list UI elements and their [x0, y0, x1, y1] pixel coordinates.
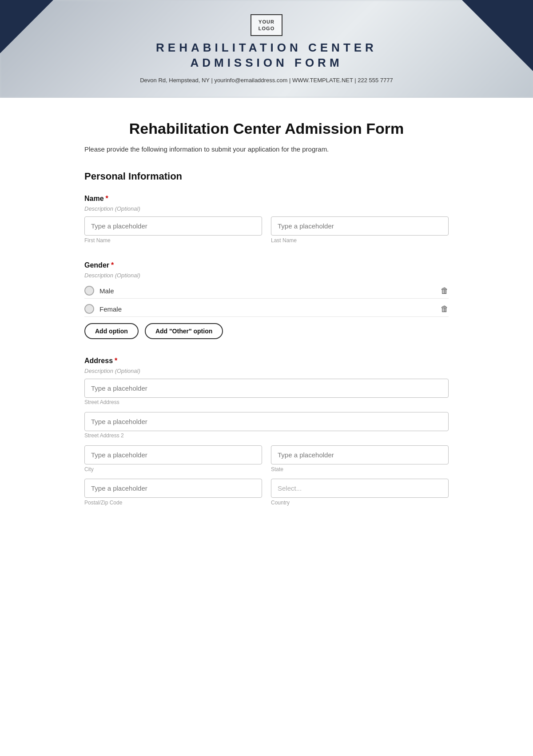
street-address-input[interactable] [84, 379, 449, 398]
state-sublabel: State [271, 466, 449, 472]
delete-icon-male[interactable]: 🗑 [441, 286, 449, 296]
field-description-gender: Description (Optional) [84, 272, 449, 279]
field-group-gender: Gender* Description (Optional) Male 🗑 Fe… [84, 261, 449, 339]
radio-circle-female[interactable] [84, 304, 94, 314]
last-name-input[interactable] [271, 216, 449, 236]
page-header: YOUR LOGO REHABILITATION CENTER ADMISSIO… [0, 0, 533, 98]
radio-label-male: Male [99, 287, 114, 295]
add-option-button[interactable]: Add option [84, 323, 139, 339]
section-title-personal: Personal Information [84, 171, 449, 182]
form-body: Rehabilitation Center Admission Form Ple… [67, 98, 466, 550]
country-select[interactable]: Select... [271, 479, 449, 498]
header-contact: Devon Rd, Hempstead, NY | yourinfo@email… [140, 77, 393, 84]
street-address2-row: Street Address 2 [84, 412, 449, 439]
street-address2-sublabel: Street Address 2 [84, 432, 124, 439]
required-marker: * [106, 195, 108, 202]
state-input[interactable] [271, 445, 449, 464]
city-col: City [84, 445, 262, 472]
field-description-name: Description (Optional) [84, 205, 449, 212]
field-description-address: Description (Optional) [84, 368, 449, 374]
radio-option-female-left: Female [84, 304, 122, 314]
last-name-col: Last Name [271, 216, 449, 244]
radio-option-male-left: Male [84, 286, 114, 296]
street-address-row: Street Address [84, 379, 449, 406]
first-name-sublabel: First Name [84, 237, 262, 244]
postal-col: Postal/Zip Code [84, 479, 262, 506]
logo-box: YOUR LOGO [251, 14, 282, 36]
radio-circle-male[interactable] [84, 286, 94, 296]
radio-option-female: Female 🗑 [84, 301, 449, 317]
field-label-gender: Gender* [84, 261, 449, 269]
add-other-option-button[interactable]: Add "Other" option [145, 323, 223, 339]
last-name-sublabel: Last Name [271, 237, 449, 244]
header-title: REHABILITATION CENTER ADMISSION FORM [156, 40, 377, 71]
header-content: YOUR LOGO REHABILITATION CENTER ADMISSIO… [140, 14, 393, 83]
name-input-row: First Name Last Name [84, 216, 449, 244]
state-col: State [271, 445, 449, 472]
postal-country-row: Postal/Zip Code Select... Country [84, 479, 449, 506]
street-address2-input[interactable] [84, 412, 449, 431]
required-marker-address: * [115, 357, 117, 364]
city-state-row: City State [84, 445, 449, 472]
postal-input[interactable] [84, 479, 262, 498]
radio-option-male: Male 🗑 [84, 283, 449, 299]
first-name-input[interactable] [84, 216, 262, 236]
city-sublabel: City [84, 466, 262, 472]
form-main-title: Rehabilitation Center Admission Form [84, 120, 449, 137]
field-label-address: Address* [84, 357, 449, 365]
country-col: Select... Country [271, 479, 449, 506]
field-group-name: Name* Description (Optional) First Name … [84, 195, 449, 244]
radio-label-female: Female [99, 305, 122, 313]
street-address-sublabel: Street Address [84, 399, 119, 405]
delete-icon-female[interactable]: 🗑 [441, 304, 449, 314]
add-option-row: Add option Add "Other" option [84, 323, 449, 339]
first-name-col: First Name [84, 216, 262, 244]
country-sublabel: Country [271, 500, 449, 506]
required-marker-gender: * [111, 261, 114, 269]
postal-sublabel: Postal/Zip Code [84, 500, 262, 506]
field-group-address: Address* Description (Optional) Street A… [84, 357, 449, 506]
field-label-name: Name* [84, 195, 449, 203]
form-description: Please provide the following information… [84, 145, 449, 153]
city-input[interactable] [84, 445, 262, 464]
